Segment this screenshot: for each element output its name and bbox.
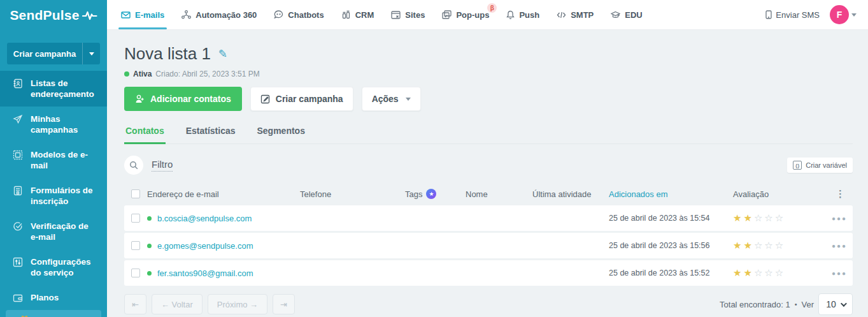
envelope-icon (121, 11, 131, 19)
col-header-rating[interactable]: Avaliação (733, 189, 832, 199)
contact-email-link[interactable]: e.gomes@sendpulse.com (157, 241, 253, 251)
phone-icon (765, 10, 772, 19)
tab-contatos[interactable]: Contatos (124, 126, 166, 144)
actions-button[interactable]: Ações (362, 87, 421, 111)
tab-segmentos[interactable]: Segmentos (256, 126, 306, 144)
create-variable-button[interactable]: {} Criar variável (787, 158, 853, 173)
subscription-form-icon (13, 186, 23, 196)
create-campaign-button[interactable]: Criar campanha (250, 87, 353, 111)
separator-dot: • (795, 300, 797, 308)
rating-stars[interactable]: ★★☆☆☆ (733, 212, 832, 224)
total-found-label: Total encontrado: 1 (720, 300, 790, 309)
col-header-phone[interactable]: Telefone (300, 189, 405, 199)
pagination-next-button[interactable]: Próximo → (208, 294, 267, 314)
topnav-item-crm[interactable]: CRM (341, 0, 374, 29)
sidebar-item-verificacao[interactable]: Verificação de e-mail (0, 214, 107, 249)
topnav-item-push[interactable]: Push (506, 0, 539, 29)
logo[interactable]: SendPulse (0, 0, 107, 30)
graduation-cap-icon (611, 11, 620, 19)
filter-row: Filtro {} Criar variável (124, 156, 853, 175)
column-settings-kebab-icon[interactable]: ⋮ (836, 188, 853, 200)
per-page-value: 10 (826, 299, 836, 309)
sidebar-item-listas[interactable]: Listas de endereçamento (0, 71, 107, 107)
campaigns-icon (13, 114, 23, 124)
topnav-label: CRM (355, 10, 374, 20)
topnav-label: E-mails (135, 10, 164, 20)
sidebar-item-campanhas[interactable]: Minhas campanhas (0, 107, 107, 142)
cell-added-at: 25 de abril de 2023 às 15:56 (609, 241, 733, 250)
row-checkbox[interactable] (131, 241, 140, 250)
sidebar-item-configuracoes[interactable]: Configurações do serviço (0, 249, 107, 285)
topnav-item-chatbots[interactable]: Chatbots (274, 0, 324, 29)
cell-added-at: 25 de abril de 2023 às 15:52 (609, 269, 733, 277)
compose-icon (260, 94, 270, 104)
sidebar-item-label: Formulários de inscrição (31, 185, 98, 207)
topnav-item-automacao[interactable]: Automação 360 (181, 0, 257, 29)
send-sms-label: Enviar SMS (776, 10, 820, 20)
topnav-item-sites[interactable]: Sites (391, 0, 425, 29)
bonus-button[interactable]: Ganhe bônus (6, 310, 101, 317)
send-sms-button[interactable]: Enviar SMS (765, 10, 820, 20)
row-menu-kebab-icon[interactable]: ●●● (832, 242, 857, 249)
per-page-label: Ver (801, 300, 814, 309)
col-header-email[interactable]: Endereço de e-mail (147, 189, 300, 199)
actions-label: Ações (372, 94, 399, 104)
search-button[interactable] (124, 156, 143, 175)
col-header-last-activity[interactable]: Última atividade (532, 189, 609, 199)
tags-label: Tags (405, 189, 422, 199)
sidebar-item-label: Minhas campanhas (31, 114, 98, 135)
topnav-label: SMTP (571, 10, 594, 20)
table-row[interactable]: fer.santos908@gmail.com 25 de abril de 2… (124, 260, 853, 286)
create-campaign-split-button[interactable]: Criar campanha (7, 43, 100, 64)
row-checkbox[interactable] (131, 269, 140, 277)
per-page-select[interactable]: 10 (818, 293, 853, 315)
row-checkbox[interactable] (131, 214, 140, 223)
col-header-added-at[interactable]: Adicionados em (609, 189, 733, 199)
topnav-item-popups[interactable]: Pop-ups β (442, 0, 489, 29)
account-menu[interactable]: F (830, 5, 857, 24)
tab-estatisticas[interactable]: Estatísticas (185, 126, 237, 144)
status-badge: Ativa (133, 70, 152, 78)
select-all-checkbox[interactable] (131, 189, 140, 198)
created-timestamp: Criado: Abril 25, 2023 3:51 PM (155, 70, 259, 78)
add-contacts-button[interactable]: Adicionar contatos (124, 87, 242, 111)
tags-star-badge: ★ (426, 189, 436, 199)
rating-stars[interactable]: ★★☆☆☆ (733, 267, 832, 279)
create-campaign-dropdown[interactable] (82, 43, 100, 64)
address-book-icon (13, 78, 23, 89)
sidebar-item-planos[interactable]: Planos (0, 285, 107, 310)
filter-toggle[interactable]: Filtro (152, 159, 173, 172)
edit-title-icon[interactable]: ✎ (218, 47, 227, 61)
sidebar-item-label: Planos (31, 292, 59, 303)
contact-email-link[interactable]: b.coscia@sendpulse.com (157, 214, 252, 223)
col-header-name[interactable]: Nome (466, 189, 532, 199)
email-template-icon (13, 150, 23, 160)
topnav-label: Automação 360 (196, 10, 257, 20)
row-menu-kebab-icon[interactable]: ●●● (832, 270, 857, 277)
chevron-down-icon (406, 98, 411, 101)
table-row[interactable]: b.coscia@sendpulse.com 25 de abril de 20… (124, 205, 853, 231)
chevron-down-icon (89, 52, 94, 55)
sidebar-item-label: Verificação de e-mail (31, 221, 98, 242)
contact-email-link[interactable]: fer.santos908@gmail.com (157, 269, 253, 278)
pagination-prev-button[interactable]: ← Voltar (152, 294, 203, 314)
col-header-tags[interactable]: Tags ★ (405, 189, 466, 199)
rating-stars[interactable]: ★★☆☆☆ (733, 240, 832, 251)
contact-status-dot (147, 216, 152, 221)
topnav-label: Pop-ups (456, 10, 489, 20)
row-menu-kebab-icon[interactable]: ●●● (832, 215, 857, 222)
plans-wallet-icon (13, 293, 23, 303)
topnav-item-emails[interactable]: E-mails (121, 0, 164, 29)
sidebar-item-modelos[interactable]: Modelos de e-mail (0, 142, 107, 178)
contacts-table: Endereço de e-mail Telefone Tags ★ Nome … (124, 182, 853, 286)
topnav-item-edu[interactable]: EDU (611, 0, 642, 29)
contact-status-dot (147, 244, 152, 248)
popup-windows-icon (442, 10, 452, 19)
pagination-first-button[interactable]: ⇤ (124, 294, 146, 314)
table-row[interactable]: e.gomes@sendpulse.com 25 de abril de 202… (124, 233, 853, 258)
variable-icon: {} (793, 161, 802, 170)
pagination-last-button[interactable]: ⇥ (273, 294, 295, 314)
sidebar-item-formularios[interactable]: Formulários de inscrição (0, 178, 107, 214)
create-campaign-label: Criar campanha (7, 43, 82, 64)
topnav-item-smtp[interactable]: SMTP (557, 0, 594, 29)
